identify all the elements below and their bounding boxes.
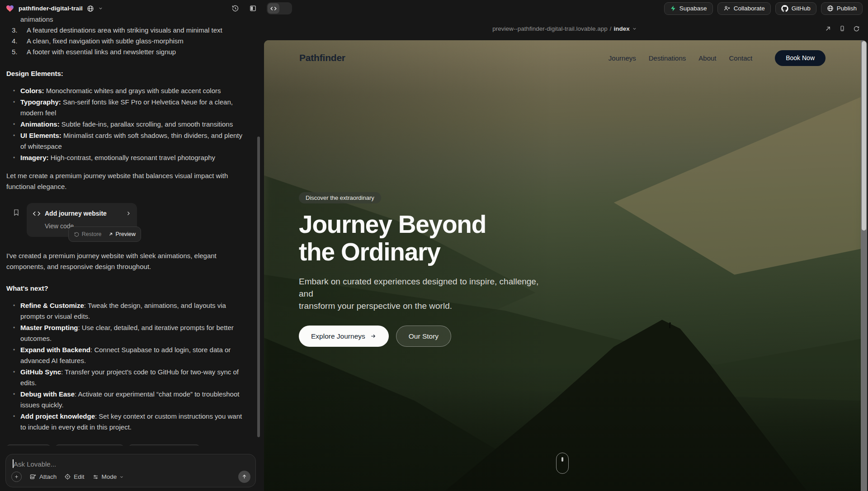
nav-link-contact[interactable]: Contact [729,54,752,62]
open-external-icon[interactable] [825,25,831,32]
arrow-right-icon [370,333,377,339]
preview-route-selector[interactable]: index [613,25,629,32]
chevron-down-icon [119,475,124,479]
attach-button[interactable]: Attach [29,473,57,480]
list-item: Expand with Backend: Connect Supabase to… [6,345,248,366]
clipped-list-line: animations [6,17,248,25]
topbar: pathfinder-digital-trail [0,0,868,17]
restore-button[interactable]: Restore [74,229,102,240]
route-chevron-down-icon[interactable] [632,26,637,31]
preview-url-host: preview--pathfinder-digital-trail.lovabl… [492,25,607,32]
lovable-app: pathfinder-digital-trail [0,0,868,491]
sidebar-panel-button[interactable] [249,5,257,12]
mobile-device-icon[interactable] [839,25,845,32]
mode-selector[interactable]: Mode [92,473,124,480]
list-item: Animations: Subtle fade-ins, parallax sc… [6,119,248,130]
list-item: GitHub Sync: Transfer your project's cod… [6,367,248,388]
list-item: Debug with Ease: Activate our experiment… [6,389,248,411]
chat-input[interactable] [14,459,249,469]
history-button[interactable] [231,5,239,12]
site-scrollbar[interactable] [861,40,867,491]
publish-button[interactable]: Publish [821,2,863,15]
site-navbar: Pathfinder Journeys Destinations About C… [264,40,861,76]
code-preview-toggle[interactable] [267,2,292,14]
list-item: Imagery: High-contrast, emotionally reso… [6,152,248,163]
site-frame: Pathfinder Journeys Destinations About C… [264,40,867,491]
visit-docs-button[interactable]: Visit docs [6,444,51,446]
site-scrollbar-thumb[interactable] [862,41,866,231]
design-elements-list: Colors: Monochromatic whites and grays w… [6,85,248,163]
explore-journeys-button[interactable]: Explore Journeys [299,326,389,347]
list-item: Add project knowledge: Set key context o… [6,411,248,433]
preview-view-segment[interactable] [279,3,291,14]
refresh-icon[interactable] [853,25,860,32]
composer: Attach Edit Mode [5,454,256,487]
list-item: Typography: San-serif fonts like SF Pro … [6,97,248,118]
manage-knowledge-button[interactable]: Manage knowledge [128,444,200,446]
nav-link-destinations[interactable]: Destinations [649,54,686,62]
github-button[interactable]: GitHub [775,2,816,15]
explore-supabase-button[interactable]: Explore Supabase [55,444,123,446]
site-logo[interactable]: Pathfinder [299,52,345,63]
attach-image-icon [29,473,37,480]
lovable-heart-logo-icon[interactable] [5,4,14,13]
list-item: Colors: Monochromatic whites and grays w… [6,85,248,96]
supabase-bolt-icon [670,5,676,12]
design-elements-heading: Design Elements: [6,68,248,79]
github-icon [781,5,788,12]
hero-subtext: Embark on curated experiences designed t… [299,275,552,312]
chevron-right-icon [126,211,131,216]
suggestion-chips: Visit docs Explore Supabase Manage knowl… [6,444,248,446]
restore-preview-pill: Restore Preview [68,227,141,242]
sliders-mode-icon [92,474,99,480]
list-item: Master Prompting: Use clear, detailed, a… [6,322,248,344]
hero-badge: Discover the extraordinary [299,192,381,203]
preview-button[interactable]: Preview [108,229,136,240]
whats-next-heading: What's next? [6,283,248,294]
code-change-card-wrap: Add journey website View code Restore [27,203,137,237]
send-button[interactable] [238,471,250,483]
our-story-button[interactable]: Our Story [396,326,451,347]
hero-content: Discover the extraordinary Journey Beyon… [299,192,552,347]
list-item: 4. A clean, fixed navigation with subtle… [6,36,248,47]
project-visibility-globe-icon [87,5,94,12]
edit-button[interactable]: Edit [64,473,84,480]
target-edit-icon [64,473,71,480]
hiker-silhouette [669,324,670,328]
chat-message-area: animations 3. A featured destinations ar… [0,17,261,446]
whats-next-list: Refine & Customize: Tweak the design, an… [6,300,248,433]
collaborators-icon [723,5,731,12]
list-item: 3. A featured destinations area with str… [6,25,248,36]
code-view-segment[interactable] [268,3,279,14]
result-paragraph: I've created a premium journey website w… [6,250,248,272]
scroll-indicator-mouse-icon [556,453,569,474]
chat-panel: animations 3. A featured destinations ar… [0,17,261,491]
supabase-button[interactable]: Supabase [664,2,713,15]
add-context-button[interactable] [11,472,22,482]
chat-scrollbar[interactable] [257,137,260,437]
list-item: Refine & Customize: Tweak the design, an… [6,300,248,322]
nav-link-about[interactable]: About [698,54,716,62]
hero-heading: Journey Beyond the Ordinary [299,211,552,265]
preview-url-bar: preview--pathfinder-digital-trail.lovabl… [261,17,868,40]
preview-panel: preview--pathfinder-digital-trail.lovabl… [261,17,868,491]
lead-paragraph: Let me create a premium journey website … [6,170,248,192]
code-icon [33,211,41,217]
book-now-button[interactable]: Book Now [775,50,826,66]
bookmark-icon[interactable] [13,208,20,217]
project-name[interactable]: pathfinder-digital-trail [19,5,83,12]
publish-globe-icon [827,5,834,12]
code-change-card[interactable]: Add journey website View code Restore [27,203,137,237]
numbered-list: 3. A featured destinations area with str… [6,25,248,57]
list-item: UI Elements: Minimalist cards with soft … [6,130,248,152]
collaborate-button[interactable]: Collaborate [717,2,771,15]
list-item: 5. A footer with essential links and new… [6,47,248,57]
project-menu-chevron-icon[interactable] [98,6,103,11]
nav-link-journeys[interactable]: Journeys [609,54,636,62]
code-card-title: Add journey website [45,208,122,219]
